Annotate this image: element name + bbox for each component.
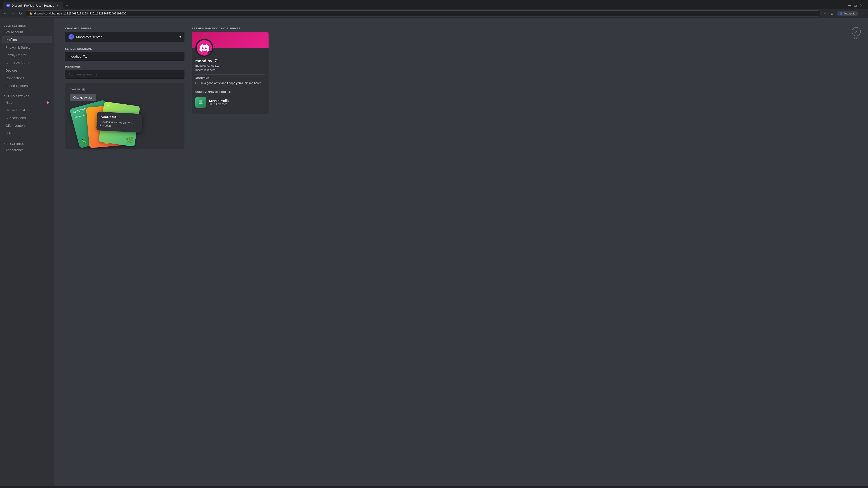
star-button[interactable]: ☆: [823, 11, 828, 16]
sidebar-item-family-center[interactable]: Family Center: [2, 51, 53, 59]
incognito-badge: 👤 Incognito: [837, 11, 858, 16]
refresh-button[interactable]: ↻: [18, 10, 23, 17]
sidebar-item-friend-requests[interactable]: Friend Requests: [2, 82, 53, 90]
server-icon: 🎮: [68, 34, 74, 39]
online-status-dot: [209, 52, 213, 55]
server-dropdown[interactable]: 🎮 Moodjoy's server ▾: [65, 32, 184, 42]
forward-button[interactable]: →: [10, 11, 16, 17]
svg-rect-3: [199, 103, 203, 104]
pronouns-label: PRONOUNS: [65, 65, 184, 68]
customizing-row: Server Profile 00 : 11 elapsed: [195, 95, 265, 110]
right-panel: PREVIEW FOR MOODJOY'S SERVER ✏: [192, 27, 269, 153]
address-bar-actions: ☆ ⊡ 👤 Incognito ⋮: [823, 11, 865, 16]
avatar-section: AVATAR i Change Avatar ABOUT ME Just li.…: [65, 83, 184, 149]
incognito-label: Incognito: [844, 12, 855, 15]
sidebar-item-label: Connections: [5, 76, 24, 80]
sidebar-item-label: Profiles: [5, 38, 17, 41]
preview-section-label: PREVIEW FOR MOODJOY'S SERVER: [192, 27, 269, 30]
sidebar-item-label: Gift Inventory: [5, 124, 26, 127]
sidebar-item-label: Family Center: [5, 53, 26, 57]
customizing-profile-label: Server Profile: [209, 99, 229, 103]
incognito-icon: 👤: [839, 12, 843, 15]
sidebar-item-server-boost[interactable]: Server Boost: [2, 106, 53, 114]
tab-title: Discord | Profiles | User Settings: [12, 4, 54, 7]
browser-chrome: D Discord | Profiles | User Settings ✕ +…: [0, 0, 868, 18]
sidebar-item-my-account[interactable]: My Account: [2, 28, 53, 36]
preview-handle: moodjoy71_03619: [195, 64, 265, 67]
sidebar-item-connections[interactable]: Connections: [2, 74, 53, 82]
choose-server-label: CHOOSE A SERVER: [65, 27, 184, 30]
url-text: discord.com/channels/1182346851781984336…: [34, 12, 126, 15]
sidebar-item-gift-inventory[interactable]: Gift Inventory: [2, 122, 53, 129]
active-tab[interactable]: D Discord | Profiles | User Settings ✕: [3, 2, 63, 9]
sidebar-item-appearance[interactable]: Appearance: [2, 146, 53, 154]
sidebar-item-privacy-safety[interactable]: Privacy & Safety: [2, 43, 53, 51]
preview-about-me-text: Hi, I'm a good artist and I hope you'd j…: [195, 81, 265, 86]
sidebar-item-profiles[interactable]: Profiles: [2, 36, 53, 43]
sidebar-item-label: Privacy & Safety: [5, 45, 30, 49]
lock-icon: 🔒: [29, 12, 32, 15]
minimize-icon[interactable]: ─: [848, 3, 851, 7]
sidebar-item-subscriptions[interactable]: Subscriptions: [2, 114, 53, 122]
sidebar-item-label: Friend Requests: [5, 84, 30, 88]
preview-info-section: moodjoy_71 moodjoy71_03619 Insert Text h…: [192, 48, 269, 113]
preview-avatar: ✏: [195, 39, 213, 57]
left-panel: CHOOSE A SERVER 🎮 Moodjoy's server ▾: [65, 27, 184, 153]
chevron-down-icon: ▾: [180, 35, 181, 39]
server-nickname-field-group: SERVER NICKNAME: [65, 47, 184, 61]
sidebar-item-label: Nitro: [5, 101, 13, 104]
server-emoji-icon: 🎮: [69, 35, 73, 39]
preview-tagline: Insert Text here!: [195, 68, 265, 72]
pronouns-input[interactable]: [65, 70, 184, 78]
back-button[interactable]: ←: [3, 11, 8, 17]
avatar-label: AVATAR: [70, 88, 80, 91]
address-bar-row: ← → ↻ 🔒 discord.com/channels/11823468517…: [0, 9, 868, 18]
tab-close-button[interactable]: ✕: [56, 4, 59, 7]
esc-label: ESC: [854, 37, 859, 40]
split-view-button[interactable]: ⊡: [830, 11, 835, 16]
preview-customizing-label: CUSTOMIZING MY PROFILE: [195, 91, 265, 93]
sticker-overlay: ABOUT ME Just li... th... d... 🦎 😎 I liv…: [70, 104, 180, 144]
server-dropdown-left: 🎮 Moodjoy's server: [68, 34, 102, 39]
change-avatar-button[interactable]: Change Avatar: [70, 94, 96, 101]
sidebar-item-label: Devices: [5, 68, 18, 72]
customizing-elapsed: 00 : 11 elapsed: [209, 103, 229, 106]
svg-point-2: [199, 100, 202, 103]
server-name: Moodjoy's server: [76, 35, 102, 39]
user-settings-label: USER SETTINGS: [0, 23, 54, 28]
new-tab-button[interactable]: +: [64, 2, 70, 9]
app-settings-label: APP SETTINGS: [0, 140, 54, 146]
sidebar-item-billing[interactable]: Billing: [2, 129, 53, 137]
billing-settings-label: BILLING SETTINGS: [0, 93, 54, 98]
avatar-info-icon[interactable]: i: [82, 88, 85, 91]
sidebar: USER SETTINGS My Account Profiles Privac…: [0, 18, 54, 486]
app-container: USER SETTINGS My Account Profiles Privac…: [0, 18, 868, 486]
svg-text:🎮: 🎮: [70, 36, 73, 38]
sidebar-item-label: Subscriptions: [5, 116, 26, 120]
address-bar[interactable]: 🔒 discord.com/channels/11823468517819843…: [25, 10, 821, 17]
discord-logo-icon: [199, 43, 209, 53]
sidebar-item-nitro[interactable]: Nitro: [2, 99, 53, 106]
window-controls: ─ ▭ ✕: [848, 3, 865, 8]
tab-favicon: D: [6, 4, 10, 7]
esc-x-symbol: ✕: [855, 30, 858, 34]
main-content: ✕ ESC CHOOSE A SERVER 🎮: [54, 18, 868, 486]
sidebar-item-authorized-apps[interactable]: Authorized Apps: [2, 59, 53, 66]
sidebar-item-label: Authorized Apps: [5, 61, 30, 65]
preview-card: ✏ moodjoy_71 moodjoy71_03619 Insert Text…: [192, 32, 269, 113]
content-wrapper: CHOOSE A SERVER 🎮 Moodjoy's server ▾: [65, 27, 269, 153]
close-icon[interactable]: ✕: [860, 3, 863, 8]
tooltip-text: I wear shades cuz you're just too bright: [100, 120, 138, 129]
sidebar-item-devices[interactable]: Devices: [2, 67, 53, 74]
about-me-tooltip: ABOUT ME I wear shades cuz you're just t…: [96, 111, 143, 133]
server-nickname-input[interactable]: [65, 52, 184, 61]
tooltip-title: ABOUT ME: [101, 115, 139, 121]
pronouns-field-group: PRONOUNS: [65, 65, 184, 78]
maximize-icon[interactable]: ▭: [854, 3, 857, 8]
customizing-profile-icon: [195, 97, 206, 108]
esc-button[interactable]: ✕ ESC: [852, 27, 861, 40]
sidebar-item-label: Billing: [5, 131, 14, 135]
esc-circle-icon: ✕: [852, 27, 861, 36]
sidebar-item-label: My Account: [5, 30, 23, 34]
menu-button[interactable]: ⋮: [860, 11, 865, 16]
